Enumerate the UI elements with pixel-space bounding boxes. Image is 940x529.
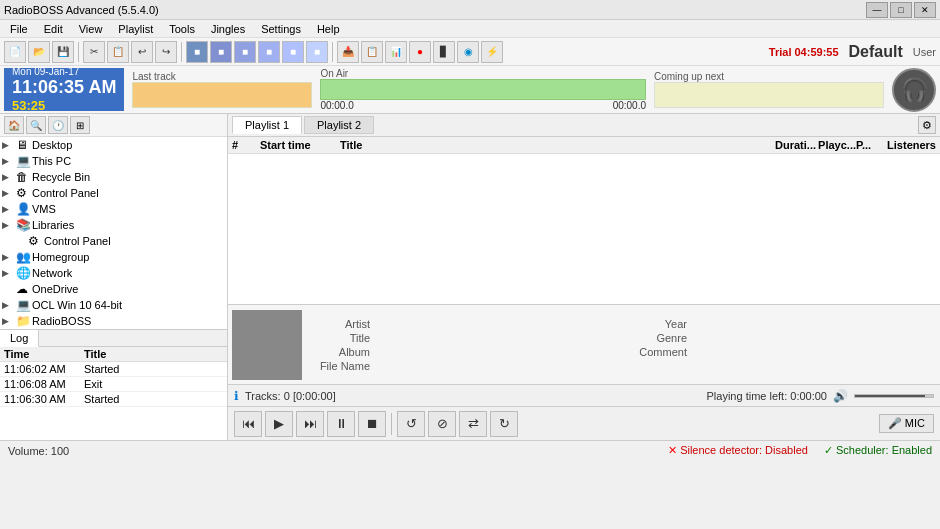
tree-item-libraries[interactable]: ▶ 📚 Libraries bbox=[0, 217, 227, 233]
pause-button[interactable]: ⏸ bbox=[327, 411, 355, 437]
volume-status: Volume: 100 bbox=[8, 445, 69, 457]
browser-view[interactable]: ⊞ bbox=[70, 116, 90, 134]
rewind-button[interactable]: ↺ bbox=[397, 411, 425, 437]
tb-chart[interactable]: 📊 bbox=[385, 41, 407, 63]
last-track-section: Last track bbox=[132, 68, 312, 111]
loop-button[interactable]: ↻ bbox=[490, 411, 518, 437]
tb-redo[interactable]: ↪ bbox=[155, 41, 177, 63]
browser-back[interactable]: 🏠 bbox=[4, 116, 24, 134]
tb-undo[interactable]: ↩ bbox=[131, 41, 153, 63]
mic-button[interactable]: 🎤 MIC bbox=[879, 414, 934, 433]
menu-settings[interactable]: Settings bbox=[255, 22, 307, 36]
tb-block5[interactable]: ■ bbox=[282, 41, 304, 63]
menu-view[interactable]: View bbox=[73, 22, 109, 36]
expand-icon: ▶ bbox=[2, 252, 16, 262]
log-tabs: Log bbox=[0, 330, 227, 347]
log-title: Started bbox=[84, 363, 223, 375]
tb-block6[interactable]: ■ bbox=[306, 41, 328, 63]
skip-button[interactable]: ⊘ bbox=[428, 411, 456, 437]
menu-playlist[interactable]: Playlist bbox=[112, 22, 159, 36]
prev-button[interactable]: ⏮ bbox=[234, 411, 262, 437]
browser-search[interactable]: 🔍 bbox=[26, 116, 46, 134]
minimize-button[interactable]: — bbox=[866, 2, 888, 18]
play-button[interactable]: ▶ bbox=[265, 411, 293, 437]
tree-item-vms[interactable]: ▶ 👤 VMS bbox=[0, 201, 227, 217]
tb-cut[interactable]: ✂ bbox=[83, 41, 105, 63]
maximize-button[interactable]: □ bbox=[890, 2, 912, 18]
browser-refresh[interactable]: 🕐 bbox=[48, 116, 68, 134]
on-air-label: On Air bbox=[320, 68, 646, 79]
silence-detector-text: Silence detector: Disabled bbox=[680, 444, 808, 456]
tb-sep3 bbox=[332, 42, 333, 62]
tree-item-thispc[interactable]: ▶ 💻 This PC bbox=[0, 153, 227, 169]
meta-genre-row: Genre bbox=[627, 332, 936, 344]
tree-label: OneDrive bbox=[32, 283, 78, 295]
log-row: 11:06:02 AM Started bbox=[0, 362, 227, 377]
log-tab[interactable]: Log bbox=[0, 330, 39, 347]
tb-save[interactable]: 💾 bbox=[52, 41, 74, 63]
log-time: 11:06:30 AM bbox=[4, 393, 84, 405]
tree-item-controlpanel2[interactable]: ⚙ Control Panel bbox=[0, 233, 227, 249]
expand-icon: ▶ bbox=[2, 220, 16, 230]
tree-item-homegroup[interactable]: ▶ 👥 Homegroup bbox=[0, 249, 227, 265]
tree-item-onedrive[interactable]: ☁ OneDrive bbox=[0, 281, 227, 297]
menu-jingles[interactable]: Jingles bbox=[205, 22, 251, 36]
tb-add[interactable]: 📥 bbox=[337, 41, 359, 63]
browser-tree[interactable]: ▶ 🖥 Desktop ▶ 💻 This PC ▶ 🗑 Recycle Bin … bbox=[0, 137, 227, 329]
menu-tools[interactable]: Tools bbox=[163, 22, 201, 36]
tb-bar[interactable]: ▊ bbox=[433, 41, 455, 63]
stop-button[interactable]: ⏹ bbox=[358, 411, 386, 437]
tb-copy[interactable]: 📋 bbox=[107, 41, 129, 63]
right-panel: Playlist 1 Playlist 2 ⚙ # Start time Tit… bbox=[228, 114, 940, 440]
tb-sep2 bbox=[181, 42, 182, 62]
tree-label: This PC bbox=[32, 155, 71, 167]
meta-album-row: Album bbox=[310, 346, 619, 358]
tb-block4[interactable]: ■ bbox=[258, 41, 280, 63]
tb-list[interactable]: 📋 bbox=[361, 41, 383, 63]
meta-year-row: Year bbox=[627, 318, 936, 330]
menu-help[interactable]: Help bbox=[311, 22, 346, 36]
default-label: Default bbox=[849, 43, 903, 61]
seconds-display: 53:25 bbox=[12, 98, 116, 113]
track-thumbnail bbox=[232, 310, 302, 380]
tree-item-desktop[interactable]: ▶ 🖥 Desktop bbox=[0, 137, 227, 153]
tb-block1[interactable]: ■ bbox=[186, 41, 208, 63]
infobar: Mon 09-Jan-17 11:06:35 AM 53:25 Last tra… bbox=[0, 66, 940, 114]
tree-item-radioboss[interactable]: ▶ 📁 RadioBOSS bbox=[0, 313, 227, 329]
tb-block2[interactable]: ■ bbox=[210, 41, 232, 63]
recyclebin-icon: 🗑 bbox=[16, 170, 32, 184]
tb-fx[interactable]: ⚡ bbox=[481, 41, 503, 63]
status-right: ✕ Silence detector: Disabled ✓ Scheduler… bbox=[668, 444, 932, 457]
app-title: RadioBOSS Advanced (5.5.4.0) bbox=[4, 4, 159, 16]
tree-item-controlpanel1[interactable]: ▶ ⚙ Control Panel bbox=[0, 185, 227, 201]
tb-new[interactable]: 📄 bbox=[4, 41, 26, 63]
menu-file[interactable]: File bbox=[4, 22, 34, 36]
tree-label: Control Panel bbox=[44, 235, 111, 247]
close-button[interactable]: ✕ bbox=[914, 2, 936, 18]
tree-item-network[interactable]: ▶ 🌐 Network bbox=[0, 265, 227, 281]
on-air-bar bbox=[320, 79, 646, 100]
menu-edit[interactable]: Edit bbox=[38, 22, 69, 36]
tree-item-ocl[interactable]: ▶ 💻 OCL Win 10 64-bit bbox=[0, 297, 227, 313]
track-info: Artist Year Title Genre Album bbox=[228, 304, 940, 384]
tb-open[interactable]: 📂 bbox=[28, 41, 50, 63]
next-button[interactable]: ⏭ bbox=[296, 411, 324, 437]
playlist-refresh-button[interactable]: ⚙ bbox=[918, 116, 936, 134]
playlist-tab-2[interactable]: Playlist 2 bbox=[304, 116, 374, 134]
playlist-content[interactable] bbox=[228, 154, 940, 304]
tb-stream[interactable]: ◉ bbox=[457, 41, 479, 63]
log-row: 11:06:08 AM Exit bbox=[0, 377, 227, 392]
toolbar: 📄 📂 💾 ✂ 📋 ↩ ↪ ■ ■ ■ ■ ■ ■ 📥 📋 📊 ● ▊ ◉ ⚡ … bbox=[0, 38, 940, 66]
tree-label: OCL Win 10 64-bit bbox=[32, 299, 122, 311]
genre-label: Genre bbox=[627, 332, 687, 344]
progress-area: ℹ Tracks: 0 [0:00:00] Playing time left:… bbox=[228, 384, 940, 406]
silence-x-icon: ✕ bbox=[668, 444, 677, 456]
tb-block3[interactable]: ■ bbox=[234, 41, 256, 63]
expand-icon: ▶ bbox=[2, 204, 16, 214]
playlist-tab-1[interactable]: Playlist 1 bbox=[232, 116, 302, 134]
volume-slider[interactable] bbox=[854, 394, 934, 398]
tb-rec[interactable]: ● bbox=[409, 41, 431, 63]
shuffle-button[interactable]: ⇄ bbox=[459, 411, 487, 437]
tree-item-recyclebin[interactable]: ▶ 🗑 Recycle Bin bbox=[0, 169, 227, 185]
scheduler-text: Scheduler: Enabled bbox=[836, 444, 932, 456]
